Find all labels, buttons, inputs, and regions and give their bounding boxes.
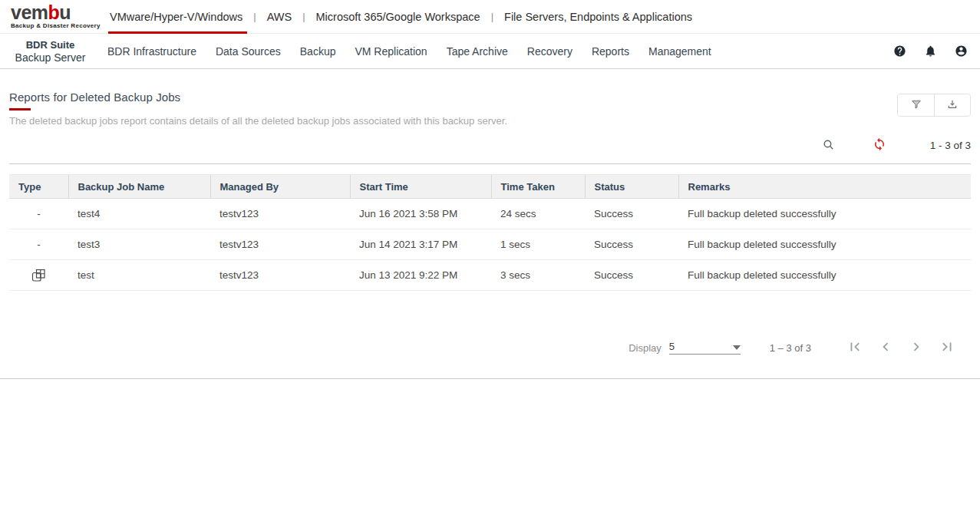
page-header: Reports for Deleted Backup Jobs The dele… — [9, 91, 971, 127]
first-page-button[interactable] — [846, 338, 863, 358]
nav-divider: | — [253, 11, 256, 22]
product-server-label: Backup Server — [0, 51, 101, 64]
main-nav-item-reports[interactable]: Reports — [592, 45, 629, 58]
table-row: -test3testv123Jun 14 2021 3:17 PM1 secsS… — [9, 229, 971, 260]
remarks-cell: Full backup deleted successfully — [678, 229, 971, 260]
chevron-left-icon — [877, 338, 894, 358]
type-cell — [9, 260, 68, 291]
top-nav-item-aws[interactable]: AWS — [267, 0, 292, 34]
table-header-row: TypeBackup Job NameManaged ByStart TimeT… — [9, 175, 971, 199]
column-header-managed-by: Managed By — [210, 175, 350, 199]
next-page-button[interactable] — [908, 338, 925, 358]
main-nav-item-management[interactable]: Management — [648, 45, 711, 58]
remarks-cell: Full backup deleted successfully — [678, 260, 971, 291]
page-size-value: 5 — [669, 341, 675, 351]
pagination-range: 1 – 3 of 3 — [770, 342, 811, 354]
column-header-type: Type — [9, 175, 68, 199]
first-page-icon — [846, 338, 863, 358]
time-taken-cell: 1 secs — [491, 229, 585, 260]
managed-by-cell: testv123 — [210, 229, 350, 260]
vembu-logo-word: vembu — [11, 4, 101, 21]
chevron-right-icon — [908, 338, 925, 358]
column-header-remarks: Remarks — [678, 175, 971, 199]
last-page-icon — [939, 338, 955, 358]
page-subtitle: The deleted backup jobs report contains … — [9, 115, 507, 127]
main-nav: BDR InfrastructureData SourcesBackupVM R… — [107, 45, 731, 58]
type-cell: - — [9, 229, 68, 260]
report-actions — [897, 94, 971, 117]
page-title: Reports for Deleted Backup Jobs — [9, 91, 507, 104]
display-label: Display — [629, 342, 662, 354]
type-cell: - — [9, 199, 68, 229]
search-icon — [822, 138, 835, 153]
time-taken-cell: 3 secs — [491, 260, 585, 291]
managed-by-cell: testv123 — [210, 260, 350, 291]
logo-text: u — [59, 2, 71, 23]
refresh-icon — [873, 137, 886, 153]
account-icon[interactable] — [955, 45, 968, 58]
table-body: -test4testv123Jun 16 2021 3:58 PM24 secs… — [9, 199, 971, 291]
start-time-cell: Jun 14 2021 3:17 PM — [350, 229, 491, 260]
column-header-status: Status — [585, 175, 678, 199]
product-name: BDR Suite Backup Server — [0, 39, 101, 64]
last-page-button[interactable] — [939, 338, 955, 358]
column-header-start-time: Start Time — [350, 175, 491, 199]
main-nav-item-bdr-infrastructure[interactable]: BDR Infrastructure — [107, 45, 196, 58]
report-page: Reports for Deleted Backup Jobs The dele… — [0, 91, 980, 379]
filter-button[interactable] — [898, 94, 934, 116]
status-cell: Success — [585, 229, 678, 260]
notifications-bell-icon[interactable] — [924, 45, 937, 58]
main-nav-bar: BDR Suite Backup Server BDR Infrastructu… — [0, 34, 980, 69]
filter-funnel-icon — [910, 98, 922, 113]
page-title-block: Reports for Deleted Backup Jobs The dele… — [9, 91, 507, 127]
vm-type-icon — [31, 269, 47, 280]
top-nav-item-vmware-hyper-v-windows[interactable]: VMware/Hyper-V/Windows — [110, 0, 243, 34]
result-count: 1 - 3 of 3 — [930, 140, 971, 151]
previous-page-button[interactable] — [877, 338, 894, 358]
title-accent-underline — [9, 108, 31, 111]
column-header-time-taken: Time Taken — [491, 175, 585, 199]
download-report-button[interactable] — [934, 94, 970, 116]
table-toolbar: 1 - 3 of 3 — [9, 137, 971, 164]
remarks-cell: Full backup deleted successfully — [678, 199, 971, 229]
column-header-backup-job-name: Backup Job Name — [68, 175, 210, 199]
start-time-cell: Jun 16 2021 3:58 PM — [350, 199, 491, 229]
time-taken-cell: 24 secs — [491, 199, 585, 229]
main-nav-item-recovery[interactable]: Recovery — [527, 45, 572, 58]
header-icons — [893, 45, 980, 58]
status-cell: Success — [585, 199, 678, 229]
logo-accent-letter: b — [48, 2, 60, 23]
nav-divider: | — [302, 11, 305, 22]
top-nav-item-file-servers-endpoints-applications[interactable]: File Servers, Endpoints & Applications — [504, 0, 692, 34]
main-nav-item-tape-archive[interactable]: Tape Archive — [447, 45, 508, 58]
pager-controls — [846, 338, 955, 358]
nav-divider: | — [491, 11, 493, 22]
job-name-cell: test — [68, 260, 210, 291]
managed-by-cell: testv123 — [210, 199, 350, 229]
refresh-button[interactable] — [873, 137, 886, 153]
page-size-select[interactable]: 5 — [669, 341, 741, 355]
table-head: TypeBackup Job NameManaged ByStart TimeT… — [9, 175, 971, 199]
deleted-backup-jobs-table: TypeBackup Job NameManaged ByStart TimeT… — [9, 174, 971, 291]
table-row: testtestv123Jun 13 2021 9:22 PM3 secsSuc… — [9, 260, 971, 291]
help-icon[interactable] — [893, 45, 906, 58]
job-name-cell: test4 — [68, 199, 210, 229]
top-brand-bar: vembu Backup & Disaster Recovery VMware/… — [0, 0, 980, 34]
main-nav-item-data-sources[interactable]: Data Sources — [216, 45, 281, 58]
product-suite-label: BDR Suite — [0, 39, 101, 51]
table-row: -test4testv123Jun 16 2021 3:58 PM24 secs… — [9, 199, 971, 229]
start-time-cell: Jun 13 2021 9:22 PM — [350, 260, 491, 291]
search-button[interactable] — [822, 138, 835, 153]
chevron-down-icon — [733, 345, 741, 350]
logo-text: vem — [11, 2, 48, 23]
job-name-cell: test3 — [68, 229, 210, 260]
main-nav-item-vm-replication[interactable]: VM Replication — [355, 45, 427, 58]
top-nav-item-microsoft-365-google-workspace[interactable]: Microsoft 365/Google Workspace — [316, 0, 480, 34]
pagination-bar: Display 5 1 – 3 of 3 — [9, 338, 971, 358]
download-icon — [946, 98, 959, 113]
bottom-divider — [0, 378, 980, 379]
product-switcher-nav: VMware/Hyper-V/Windows|AWS|Microsoft 365… — [110, 0, 692, 33]
vembu-logo[interactable]: vembu Backup & Disaster Recovery — [0, 0, 101, 33]
main-nav-item-backup[interactable]: Backup — [300, 45, 336, 58]
status-cell: Success — [585, 260, 678, 291]
